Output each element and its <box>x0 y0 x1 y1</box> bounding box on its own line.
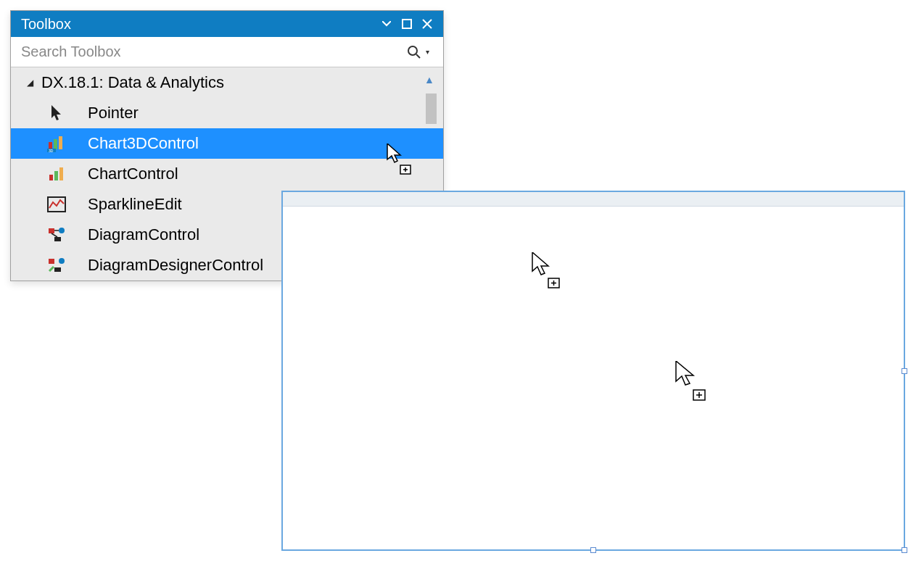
svg-rect-4 <box>59 136 62 149</box>
svg-rect-8 <box>54 171 58 180</box>
search-input[interactable] <box>21 43 405 60</box>
toolbox-item-pointer[interactable]: Pointer <box>11 98 443 128</box>
chart3d-icon: 3D <box>46 133 67 154</box>
dock-icon[interactable] <box>397 14 417 34</box>
item-label: DiagramDesignerControl <box>88 256 263 275</box>
toolbox-item-chart[interactable]: ChartControl <box>11 159 443 189</box>
toolbox-titlebar[interactable]: Toolbox <box>11 11 443 37</box>
resize-handle-right[interactable] <box>902 368 907 374</box>
toolbox-title: Toolbox <box>21 16 376 33</box>
designer-surface[interactable] <box>281 191 905 551</box>
svg-rect-13 <box>54 237 61 241</box>
close-icon[interactable] <box>417 14 437 34</box>
category-header[interactable]: ◢ DX.18.1: Data & Analytics <box>11 67 443 98</box>
search-row: ▾ <box>11 37 443 67</box>
svg-point-1 <box>408 46 417 55</box>
item-label: Pointer <box>88 104 139 122</box>
search-options-icon[interactable]: ▾ <box>426 48 436 56</box>
svg-rect-11 <box>49 228 54 233</box>
chart-icon <box>46 163 67 185</box>
sparkline-icon <box>46 194 67 215</box>
diagramdesigner-icon <box>46 254 67 276</box>
svg-rect-9 <box>59 167 63 180</box>
svg-text:3D: 3D <box>49 149 54 152</box>
resize-handle-corner[interactable] <box>902 547 907 553</box>
toolbox-item-chart3d[interactable]: 3D Chart3DControl <box>11 128 443 159</box>
diagram-icon <box>46 224 67 246</box>
dropdown-icon[interactable] <box>376 14 397 34</box>
item-label: Chart3DControl <box>88 134 199 153</box>
expand-icon: ◢ <box>27 78 37 88</box>
svg-point-15 <box>59 258 65 264</box>
scroll-up-icon[interactable]: ▲ <box>423 73 436 86</box>
scroll-thumb[interactable] <box>426 94 437 124</box>
svg-rect-16 <box>54 267 61 272</box>
category-label: DX.18.1: Data & Analytics <box>41 73 224 92</box>
svg-rect-3 <box>54 139 57 149</box>
svg-rect-14 <box>49 259 54 264</box>
svg-rect-0 <box>403 20 411 28</box>
search-icon[interactable] <box>405 43 423 61</box>
item-label: ChartControl <box>88 165 178 183</box>
svg-rect-7 <box>49 175 53 180</box>
pointer-icon <box>46 102 67 124</box>
designer-topband <box>283 192 904 207</box>
item-label: DiagramControl <box>88 225 199 244</box>
svg-point-12 <box>59 228 65 233</box>
resize-handle-bottom[interactable] <box>590 547 596 553</box>
item-label: SparklineEdit <box>88 195 182 214</box>
svg-rect-10 <box>48 197 65 212</box>
